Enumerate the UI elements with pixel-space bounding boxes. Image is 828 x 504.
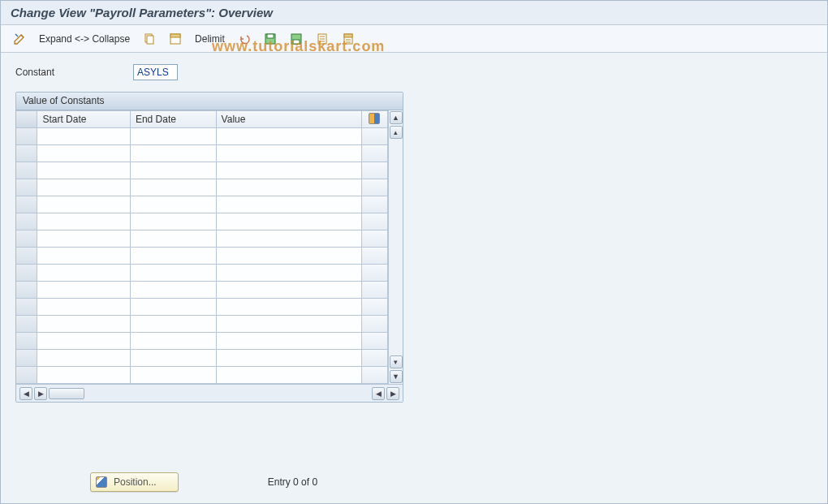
row-selector[interactable] <box>16 145 37 162</box>
cell-value[interactable] <box>217 179 362 196</box>
cell-value[interactable] <box>217 299 362 316</box>
cell-start-date[interactable] <box>37 333 131 350</box>
cell-start-date[interactable] <box>37 282 131 299</box>
save-variant-button[interactable] <box>286 30 307 48</box>
cell-end-date[interactable] <box>131 179 217 196</box>
table-row[interactable] <box>16 230 388 248</box>
row-selector[interactable] <box>16 316 37 333</box>
table-row[interactable] <box>16 196 388 213</box>
row-selector[interactable] <box>16 128 37 145</box>
cell-value[interactable] <box>217 196 362 213</box>
scroll-up-step-button[interactable]: ▴ <box>390 126 403 139</box>
cell-end-date[interactable] <box>131 230 217 248</box>
table-row[interactable] <box>16 145 388 162</box>
expand-collapse-button[interactable]: Expand <-> Collapse <box>35 30 134 48</box>
cell-start-date[interactable] <box>37 213 131 230</box>
table-row[interactable] <box>16 299 388 316</box>
copy-button[interactable] <box>139 30 160 48</box>
cell-end-date[interactable] <box>131 196 217 213</box>
toggle-edit-button[interactable] <box>9 30 30 48</box>
cell-start-date[interactable] <box>37 196 131 213</box>
row-selector[interactable] <box>16 367 37 384</box>
row-selector[interactable] <box>16 230 37 248</box>
cell-start-date[interactable] <box>37 299 131 316</box>
cell-start-date[interactable] <box>37 350 131 367</box>
scroll-left-end-button[interactable]: ◀ <box>372 387 385 400</box>
cell-start-date[interactable] <box>37 248 131 265</box>
table-row[interactable] <box>16 333 388 350</box>
cell-end-date[interactable] <box>131 162 217 179</box>
cell-end-date[interactable] <box>131 145 217 162</box>
cell-end-date[interactable] <box>131 299 217 316</box>
h-scroll-thumb[interactable] <box>49 388 84 399</box>
table-row[interactable] <box>16 316 388 333</box>
cell-value[interactable] <box>217 316 362 333</box>
form-view-button[interactable] <box>312 30 333 48</box>
cell-value[interactable] <box>217 282 362 299</box>
form-view2-button[interactable] <box>338 30 359 48</box>
cell-start-date[interactable] <box>37 162 131 179</box>
vertical-scrollbar[interactable]: ▲ ▴ ▾ ▼ <box>388 110 403 384</box>
cell-end-date[interactable] <box>131 248 217 265</box>
scroll-right-button[interactable]: ▶ <box>386 387 399 400</box>
row-selector[interactable] <box>16 196 37 213</box>
select-all-header[interactable] <box>16 110 37 128</box>
delimit-button[interactable]: Delimit <box>191 30 229 48</box>
cell-end-date[interactable] <box>131 367 217 384</box>
column-config[interactable] <box>362 110 388 128</box>
cell-end-date[interactable] <box>131 282 217 299</box>
cell-end-date[interactable] <box>131 128 217 145</box>
cell-end-date[interactable] <box>131 316 217 333</box>
horizontal-scrollbar[interactable]: ◀ ▶ ◀ ▶ <box>16 384 403 402</box>
save-button[interactable] <box>260 30 281 48</box>
cell-end-date[interactable] <box>131 350 217 367</box>
cell-end-date[interactable] <box>131 265 217 282</box>
cell-start-date[interactable] <box>37 265 131 282</box>
cell-value[interactable] <box>217 145 362 162</box>
column-start-date[interactable]: Start Date <box>37 110 131 128</box>
undo-button[interactable] <box>234 30 255 48</box>
table-row[interactable] <box>16 128 388 145</box>
constant-input[interactable] <box>133 64 178 80</box>
cell-value[interactable] <box>217 248 362 265</box>
cell-value[interactable] <box>217 230 362 248</box>
cell-value[interactable] <box>217 265 362 282</box>
row-selector[interactable] <box>16 248 37 265</box>
cell-value[interactable] <box>217 333 362 350</box>
row-selector[interactable] <box>16 179 37 196</box>
cell-value[interactable] <box>217 128 362 145</box>
column-value[interactable]: Value <box>217 110 362 128</box>
row-selector[interactable] <box>16 282 37 299</box>
table-row[interactable] <box>16 179 388 196</box>
table-row[interactable] <box>16 282 388 299</box>
table-row[interactable] <box>16 367 388 384</box>
table-row[interactable] <box>16 265 388 282</box>
cell-start-date[interactable] <box>37 145 131 162</box>
row-selector[interactable] <box>16 265 37 282</box>
cell-end-date[interactable] <box>131 213 217 230</box>
table-row[interactable] <box>16 213 388 230</box>
cell-value[interactable] <box>217 367 362 384</box>
row-selector[interactable] <box>16 162 37 179</box>
scroll-right-step1-button[interactable]: ▶ <box>34 387 47 400</box>
cell-start-date[interactable] <box>37 230 131 248</box>
cell-start-date[interactable] <box>37 128 131 145</box>
select-all-button[interactable] <box>165 30 186 48</box>
cell-value[interactable] <box>217 162 362 179</box>
cell-value[interactable] <box>217 213 362 230</box>
cell-value[interactable] <box>217 350 362 367</box>
scroll-down-step-button[interactable]: ▾ <box>390 355 403 368</box>
table-row[interactable] <box>16 350 388 367</box>
scroll-left-button[interactable]: ◀ <box>19 387 32 400</box>
row-selector[interactable] <box>16 333 37 350</box>
cell-start-date[interactable] <box>37 367 131 384</box>
table-row[interactable] <box>16 162 388 179</box>
row-selector[interactable] <box>16 350 37 367</box>
scroll-down-button[interactable]: ▼ <box>390 370 403 383</box>
column-end-date[interactable]: End Date <box>131 110 217 128</box>
row-selector[interactable] <box>16 299 37 316</box>
cell-start-date[interactable] <box>37 316 131 333</box>
table-row[interactable] <box>16 248 388 265</box>
position-button[interactable]: Position... <box>90 472 179 492</box>
scroll-up-button[interactable]: ▲ <box>390 111 403 124</box>
